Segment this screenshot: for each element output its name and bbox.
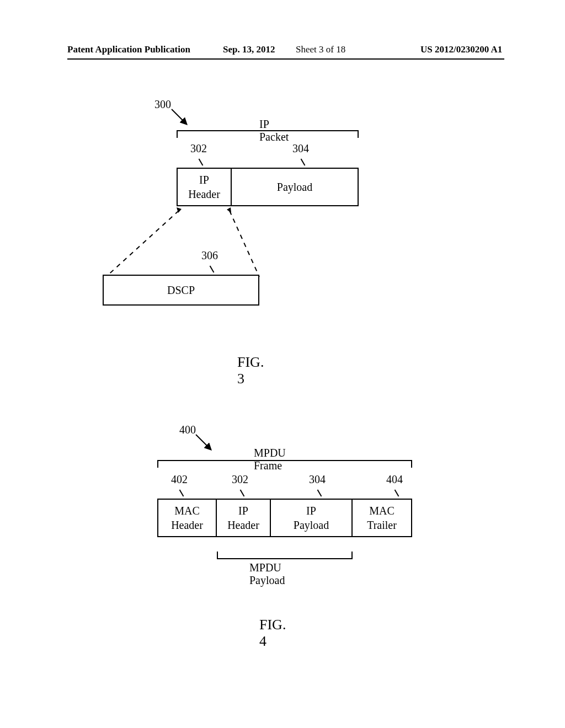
ref-404: 404 [386,473,403,486]
fig3-expansion-lines [99,206,292,283]
ref-304-fig4: 304 [309,473,326,486]
dscp-text: DSCP [167,284,195,297]
ref-404-slash [395,489,399,496]
ip-payload-box: IP Payload [270,499,353,537]
payload-box: Payload [231,168,359,206]
ip-header-box-fig4: IP Header [216,499,271,537]
ref-402-slash [179,489,184,496]
svg-line-2 [230,211,259,277]
payload-text: Payload [277,181,312,194]
header-rule [67,58,504,60]
ip-header-text: IP Header [188,173,220,201]
fig4-top-bracket [157,460,412,468]
svg-line-1 [106,211,179,277]
mac-header-text: MAC Header [171,504,203,532]
mac-header-box: MAC Header [157,499,217,537]
ref-304-slash-fig4 [317,489,322,496]
mac-trailer-box: MAC Trailer [351,499,412,537]
svg-line-3 [196,435,211,449]
dscp-box: DSCP [103,275,259,306]
ref-302-fig4: 302 [232,473,248,486]
ref-302-fig3: 302 [190,142,207,155]
fig4-caption: FIG. 4 [259,617,286,650]
ref-300-label: 300 [154,98,171,111]
fig4-bottom-bracket [217,552,353,559]
publication-label: Patent Application Publication [67,44,190,55]
svg-line-0 [172,109,186,124]
ref-302-slash-fig4 [240,489,245,496]
fig3-top-bracket [177,130,359,138]
publication-date: Sep. 13, 2012 [223,44,275,55]
ref-400-arrow [194,433,216,455]
ref-402: 402 [171,473,188,486]
publication-number: US 2012/0230200 A1 [420,44,502,55]
ref-300-arrow [170,108,192,130]
mpdu-frame-title: MPDU Frame [254,447,286,472]
ip-payload-text: IP Payload [294,504,329,532]
ref-400-label: 400 [179,424,196,436]
fig3-caption: FIG. 3 [237,354,264,387]
ref-306: 306 [201,249,218,262]
ref-304-fig3: 304 [292,142,309,155]
sheet-number: Sheet 3 of 18 [296,44,345,55]
ref-302-slash-fig3 [199,158,204,165]
mac-trailer-text: MAC Trailer [367,504,397,532]
ip-header-text-fig4: IP Header [227,504,259,532]
ip-header-box: IP Header [177,168,232,206]
mpdu-payload-label: MPDU Payload [249,561,285,587]
ref-304-slash-fig3 [301,158,306,165]
